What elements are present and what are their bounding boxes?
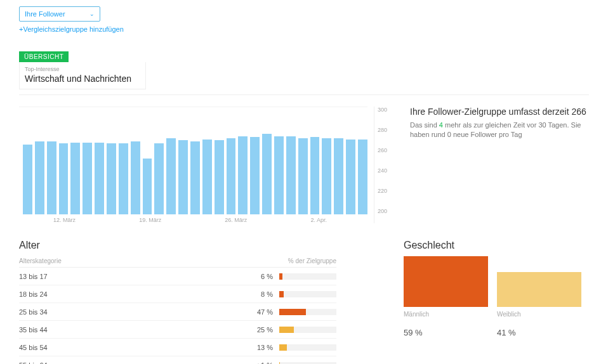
followers-summary-text: Das sind 4 mehr als zur gleichen Zeit vo… bbox=[410, 120, 588, 140]
followers-chart-yaxis: 300280260240220200 bbox=[378, 107, 397, 214]
followers-summary-headline: Ihre Follower-Zielgruppe umfasst derzeit… bbox=[410, 107, 588, 117]
followers-yaxis-tick: 220 bbox=[378, 188, 397, 194]
overview-subtitle: Top-Interesse bbox=[25, 66, 140, 72]
followers-xaxis-tick bbox=[350, 217, 357, 223]
followers-bar bbox=[35, 141, 44, 214]
age-row-pct: 25 % bbox=[121, 326, 279, 334]
age-row-bar bbox=[279, 327, 336, 333]
followers-bar bbox=[107, 143, 116, 214]
followers-bar bbox=[215, 140, 224, 214]
followers-xaxis-tick bbox=[33, 217, 41, 223]
age-row-label: 45 bis 54 bbox=[19, 344, 121, 351]
age-row-label: 55 bis 64 bbox=[19, 361, 121, 364]
followers-yaxis-tick: 260 bbox=[378, 147, 397, 153]
overview-tag: ÜBERSICHT bbox=[19, 51, 69, 62]
gender-pcts: 59 %41 % bbox=[404, 322, 581, 337]
age-row-bar bbox=[279, 344, 336, 351]
followers-bar bbox=[119, 143, 128, 214]
age-col-value: % der Zielgruppe bbox=[288, 257, 336, 264]
followers-xaxis-tick bbox=[78, 217, 86, 223]
followers-xaxis-tick bbox=[174, 217, 182, 223]
age-title: Alter bbox=[19, 240, 336, 251]
gender-labels: MännlichWeiblich bbox=[404, 311, 581, 318]
age-row-pct: 6 % bbox=[121, 273, 279, 280]
gender-bars bbox=[404, 256, 581, 307]
age-row: 45 bis 5413 % bbox=[19, 339, 336, 356]
age-row-label: 35 bis 44 bbox=[19, 326, 121, 334]
followers-summary: Ihre Follower-Zielgruppe umfasst derzeit… bbox=[410, 107, 588, 223]
followers-bar bbox=[310, 137, 320, 214]
followers-chart-bars bbox=[19, 107, 367, 214]
age-row: 35 bis 4425 % bbox=[19, 321, 336, 339]
followers-yaxis-tick: 240 bbox=[378, 167, 397, 174]
followers-xaxis-tick bbox=[129, 217, 136, 223]
gender-pct: 59 % bbox=[404, 328, 488, 337]
followers-bar bbox=[262, 134, 272, 214]
overview-value: Wirtschaft und Nachrichten bbox=[25, 74, 140, 84]
followers-xaxis-tick: 26. März bbox=[225, 217, 247, 223]
followers-bar bbox=[274, 136, 284, 214]
followers-xaxis-tick bbox=[329, 217, 337, 223]
followers-bar bbox=[59, 143, 69, 214]
followers-xaxis-tick bbox=[88, 217, 96, 223]
followers-xaxis-tick bbox=[109, 217, 116, 223]
age-row: 13 bis 176 % bbox=[19, 268, 336, 285]
add-compare-link[interactable]: +Vergleichszielgruppe hinzufügen bbox=[19, 25, 124, 33]
age-col-label: Alterskategorie bbox=[19, 257, 62, 264]
age-row-bar bbox=[279, 291, 336, 297]
followers-xaxis-tick bbox=[164, 217, 171, 223]
age-row-pct: 47 % bbox=[121, 308, 279, 316]
followers-bar bbox=[95, 143, 104, 214]
gender-title: Geschlecht bbox=[404, 240, 581, 251]
followers-chart: 300280260240220200 12. März19. März26. M… bbox=[19, 107, 374, 223]
followers-xaxis-tick bbox=[194, 217, 202, 223]
followers-bar bbox=[190, 141, 200, 214]
followers-xaxis-tick bbox=[340, 217, 347, 223]
age-row: 25 bis 3447 % bbox=[19, 303, 336, 321]
followers-bar bbox=[334, 138, 343, 214]
followers-xaxis-tick bbox=[270, 217, 277, 223]
followers-xaxis-tick bbox=[98, 217, 106, 223]
followers-xaxis-tick bbox=[43, 217, 51, 223]
followers-xaxis-tick bbox=[280, 217, 287, 223]
followers-xaxis-tick bbox=[215, 217, 222, 223]
followers-xaxis-tick bbox=[300, 217, 308, 223]
chevron-down-icon: ⌄ bbox=[89, 11, 95, 17]
followers-bar bbox=[178, 140, 188, 214]
followers-bar bbox=[47, 141, 56, 214]
followers-bar bbox=[286, 136, 296, 214]
followers-xaxis-tick: 19. März bbox=[139, 217, 161, 223]
gender-section: Geschlecht MännlichWeiblich 59 %41 % bbox=[404, 240, 581, 364]
age-row-bar bbox=[279, 273, 336, 280]
gender-bar bbox=[404, 256, 488, 307]
followers-xaxis-tick bbox=[260, 217, 267, 223]
gender-pct: 41 % bbox=[497, 328, 581, 337]
followers-yaxis-tick: 300 bbox=[378, 107, 397, 113]
followers-xaxis-tick bbox=[204, 217, 212, 223]
followers-xaxis-tick: 2. Apr. bbox=[310, 217, 327, 223]
gender-bar bbox=[497, 272, 581, 307]
followers-xaxis-tick bbox=[360, 217, 367, 223]
followers-bar bbox=[238, 136, 248, 214]
age-table-head: Alterskategorie % der Zielgruppe bbox=[19, 255, 336, 268]
gender-label: Weiblich bbox=[497, 311, 581, 318]
followers-bar bbox=[202, 140, 212, 214]
age-row-bar bbox=[279, 309, 336, 315]
age-row-pct: 8 % bbox=[121, 290, 279, 298]
age-row: 55 bis 64< 1 % bbox=[19, 356, 336, 364]
followers-bar bbox=[322, 138, 331, 214]
audience-dropdown[interactable]: Ihre Follower ⌄ bbox=[19, 6, 100, 22]
followers-yaxis-tick: 280 bbox=[378, 127, 397, 133]
followers-xaxis-tick bbox=[249, 217, 257, 223]
followers-bar bbox=[227, 138, 236, 214]
followers-xaxis-tick bbox=[290, 217, 298, 223]
age-row-label: 25 bis 34 bbox=[19, 308, 121, 316]
followers-bar bbox=[131, 141, 140, 214]
followers-bar bbox=[83, 143, 92, 214]
followers-bar bbox=[358, 140, 367, 214]
followers-chart-xaxis: 12. März19. März26. März2. Apr. bbox=[19, 217, 367, 223]
followers-bar bbox=[298, 138, 308, 214]
followers-xaxis-tick: 12. März bbox=[53, 217, 76, 223]
age-row-label: 18 bis 24 bbox=[19, 290, 121, 298]
age-row-label: 13 bis 17 bbox=[19, 273, 121, 280]
